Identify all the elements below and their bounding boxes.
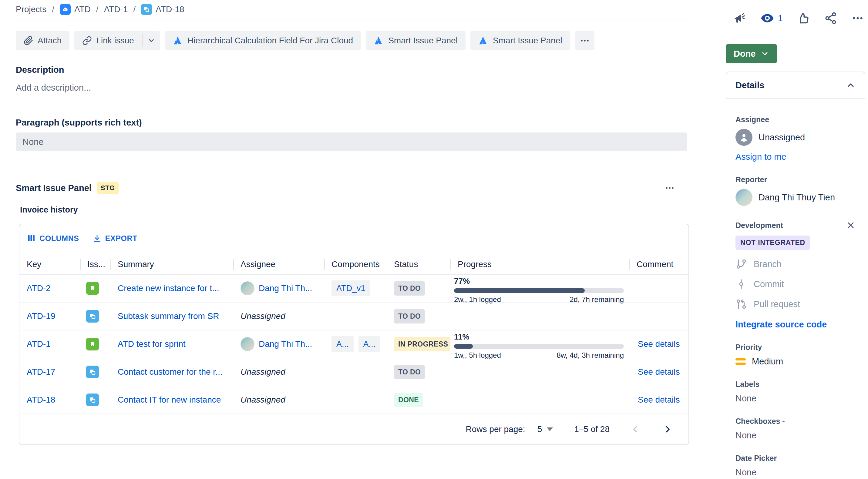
dropdown-arrow-icon	[547, 427, 553, 431]
eye-icon	[760, 11, 774, 25]
column-header-status[interactable]: Status	[387, 255, 451, 274]
priority-value: Medium	[752, 356, 783, 366]
panel-title: Smart Issue Panel	[16, 183, 92, 193]
details-header[interactable]: Details	[726, 72, 865, 99]
app-button-hierarchical-calc[interactable]: Hierarchical Calculation Field For Jira …	[165, 31, 361, 50]
breadcrumb-parent-issue[interactable]: ATD-1	[104, 5, 128, 14]
thumbs-up-icon	[797, 11, 810, 25]
reporter-field[interactable]: Dang Thi Thuy Tien	[736, 189, 856, 206]
assignee-avatar	[241, 281, 254, 295]
issue-summary-link[interactable]: Contact IT for new instance	[118, 395, 221, 405]
atlassian-app-icon	[173, 35, 183, 46]
app-button-smart-issue-panel-1[interactable]: Smart Issue Panel	[366, 31, 466, 50]
column-header-key[interactable]: Key	[20, 255, 80, 274]
column-header-comment[interactable]: Comment	[629, 255, 688, 274]
commit-item[interactable]: Commit	[736, 278, 856, 290]
column-header-summary[interactable]: Summary	[111, 255, 233, 274]
share-button[interactable]	[824, 11, 837, 25]
assignee-link[interactable]: Dang Thi Th...	[259, 339, 312, 349]
issue-key-link[interactable]: ATD-2	[27, 284, 51, 293]
next-page-button[interactable]	[660, 422, 675, 437]
labels-value[interactable]: None	[736, 393, 856, 404]
status-dropdown-button[interactable]: Done	[726, 44, 777, 63]
vote-button[interactable]	[797, 11, 810, 25]
assignee-unassigned: Unassigned	[241, 311, 285, 321]
see-details-link[interactable]: See details	[638, 367, 680, 377]
component-chip[interactable]: A...	[332, 336, 353, 352]
panel-more-button[interactable]	[664, 183, 681, 193]
development-section-header: Development	[736, 220, 856, 230]
assignee-label: Assignee	[736, 115, 856, 124]
feedback-button[interactable]	[733, 11, 746, 25]
assign-to-me-link[interactable]: Assign to me	[736, 152, 856, 162]
ellipsis-icon	[664, 183, 681, 193]
issue-sidebar: 1 Done	[726, 0, 866, 479]
development-close-button[interactable]	[846, 220, 856, 230]
progress-percent: 11%	[454, 332, 469, 341]
column-header-components[interactable]: Components	[324, 255, 387, 274]
rows-per-page-select[interactable]: 5	[537, 424, 553, 434]
checkboxes-value[interactable]: None	[736, 430, 856, 441]
export-button[interactable]: EXPORT	[93, 234, 137, 243]
subtask-icon	[86, 310, 99, 323]
details-title: Details	[736, 80, 764, 90]
priority-field[interactable]: Medium	[736, 356, 856, 366]
checkboxes-label: Checkboxes -	[736, 417, 856, 426]
issue-key-link[interactable]: ATD-1	[27, 339, 51, 349]
watch-count: 1	[778, 13, 783, 23]
column-header-progress[interactable]: Progress	[451, 255, 629, 274]
ellipsis-icon	[851, 12, 864, 25]
issue-summary-link[interactable]: Create new instance for t...	[118, 284, 219, 293]
details-panel: Details Assignee Unassigned Assign to me…	[726, 71, 865, 479]
previous-page-button[interactable]	[628, 422, 642, 437]
column-header-assignee[interactable]: Assignee	[233, 255, 324, 274]
assignee-avatar	[241, 337, 254, 351]
assignee-link[interactable]: Dang Thi Th...	[259, 284, 312, 293]
pull-request-item[interactable]: Pull request	[736, 298, 856, 310]
invoice-history-title: Invoice history	[20, 205, 688, 215]
details-body: Assignee Unassigned Assign to me Reporte…	[726, 99, 865, 479]
date-picker-label: Date Picker	[736, 454, 856, 462]
chevron-down-icon	[147, 37, 155, 44]
story-icon	[86, 282, 99, 295]
column-header-issue-type[interactable]: Iss...	[80, 255, 111, 274]
more-actions-button[interactable]	[851, 12, 864, 25]
link-icon	[82, 36, 92, 45]
paragraph-field-value[interactable]: None	[16, 132, 687, 151]
header-divider	[16, 19, 688, 20]
link-issue-dropdown-button[interactable]	[143, 31, 160, 50]
description-title: Description	[16, 65, 688, 75]
columns-button[interactable]: COLUMNS	[27, 234, 79, 243]
branch-item[interactable]: Branch	[736, 258, 856, 270]
issue-key-link[interactable]: ATD-18	[27, 395, 55, 405]
see-details-link[interactable]: See details	[638, 395, 680, 405]
table-row: ATD-19 Subtask summary from SR Unassigne…	[20, 302, 688, 330]
progress-bar	[454, 288, 624, 293]
reporter-avatar	[736, 189, 752, 206]
attach-button[interactable]: Attach	[16, 31, 69, 50]
integrate-source-code-link[interactable]: Integrate source code	[736, 320, 856, 329]
issue-summary-link[interactable]: Contact customer for the r...	[118, 367, 222, 377]
issue-summary-link[interactable]: ATD test for sprint	[118, 339, 186, 349]
watch-button[interactable]: 1	[760, 11, 783, 25]
component-chip[interactable]: ATD_v1	[332, 280, 370, 296]
issue-summary-link[interactable]: Subtask summary from SR	[118, 311, 219, 321]
link-issue-button[interactable]: Link issue	[74, 31, 142, 50]
assignee-field[interactable]: Unassigned	[736, 129, 856, 146]
download-icon	[93, 234, 102, 243]
see-details-link[interactable]: See details	[638, 339, 680, 349]
app-button-smart-issue-panel-2[interactable]: Smart Issue Panel	[470, 31, 570, 50]
breadcrumb: Projects / ATD / ATD-1 / ATD-18	[16, 0, 688, 19]
toolbar-more-button[interactable]	[575, 31, 594, 50]
issue-key-link[interactable]: ATD-17	[27, 367, 55, 377]
issue-key-link[interactable]: ATD-19	[27, 311, 55, 321]
component-chip[interactable]: A...	[359, 336, 381, 352]
development-label: Development	[736, 221, 783, 230]
share-icon	[824, 11, 837, 25]
breadcrumb-project-atd[interactable]: ATD	[60, 4, 91, 15]
date-picker-value[interactable]: None	[736, 468, 856, 478]
breadcrumb-current-issue[interactable]: ATD-18	[141, 4, 184, 15]
priority-medium-icon	[736, 358, 746, 365]
description-placeholder[interactable]: Add a description...	[16, 83, 688, 93]
breadcrumb-projects[interactable]: Projects	[16, 5, 46, 14]
